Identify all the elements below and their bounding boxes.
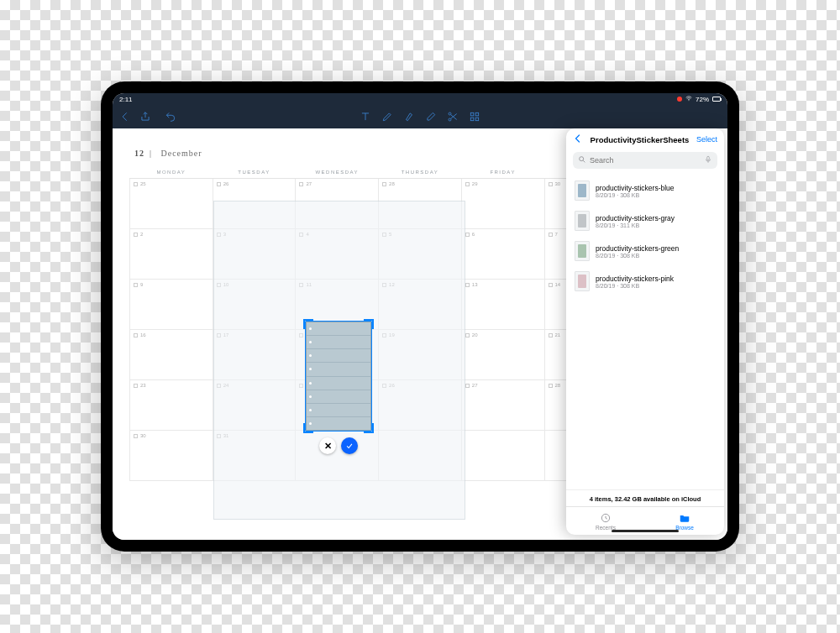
calendar-cell[interactable]: 28 <box>379 179 462 229</box>
file-meta: productivity-stickers-pink8/20/19 · 308 … <box>596 275 674 289</box>
calendar-cell[interactable]: 19 <box>379 330 462 380</box>
calendar-cell[interactable] <box>461 431 544 481</box>
status-bar: 2:11 72% <box>113 93 727 105</box>
status-time: 2:11 <box>119 96 133 103</box>
search-icon <box>578 155 586 165</box>
file-name: productivity-stickers-blue <box>596 184 675 192</box>
file-name: productivity-stickers-green <box>596 244 679 253</box>
calendar-cell[interactable]: 26 <box>213 179 296 229</box>
close-icon: ✕ <box>324 441 332 452</box>
day-header: THURSDAY <box>379 166 462 179</box>
ipad-frame: 2:11 72% <box>101 81 739 552</box>
file-row[interactable]: productivity-stickers-green8/20/19 · 308… <box>566 236 724 266</box>
text-tool-icon[interactable] <box>360 111 371 123</box>
search-box[interactable] <box>573 152 717 169</box>
calendar-cell[interactable]: 25 <box>130 179 213 229</box>
eraser-tool-icon[interactable] <box>425 111 437 123</box>
calendar-cell[interactable]: 5 <box>379 229 462 280</box>
svg-rect-5 <box>475 118 479 121</box>
calendar-cell[interactable]: 27 <box>296 179 379 229</box>
calendar-cell[interactable]: 17 <box>213 330 296 380</box>
files-title: ProductivityStickerSheets <box>591 135 690 144</box>
search-input[interactable] <box>590 156 701 165</box>
calendar-cell[interactable]: 12 <box>379 280 462 330</box>
calendar-cell[interactable]: 26 <box>379 380 462 431</box>
folder-icon <box>679 512 690 524</box>
file-thumbnail <box>575 271 590 291</box>
selection-actions: ✕ <box>319 437 358 454</box>
crop-handle-bl[interactable] <box>303 423 313 433</box>
calendar-cell[interactable]: 23 <box>130 380 213 431</box>
selection-box[interactable]: ✕ <box>306 322 371 431</box>
file-row[interactable]: productivity-stickers-gray8/20/19 · 311 … <box>566 206 724 236</box>
day-header: FRIDAY <box>461 166 544 179</box>
calendar-cell[interactable]: 30 <box>130 431 213 481</box>
undo-button[interactable] <box>165 111 176 123</box>
cancel-selection-button[interactable]: ✕ <box>319 437 336 454</box>
day-header: WEDNESDAY <box>296 166 379 179</box>
svg-rect-3 <box>475 112 479 116</box>
calendar-cell[interactable]: 6 <box>461 229 544 280</box>
calendar-cell[interactable]: 31 <box>213 431 296 481</box>
calendar-cell[interactable] <box>379 431 462 481</box>
files-panel: ProductivityStickerSheets Select product… <box>566 128 724 535</box>
calendar-cell[interactable]: 16 <box>130 330 213 380</box>
month-number: 12 <box>134 149 144 158</box>
file-thumbnail <box>575 180 590 201</box>
calendar-cell[interactable]: 2 <box>130 229 213 280</box>
svg-rect-2 <box>470 112 474 116</box>
mic-icon[interactable] <box>704 155 712 165</box>
file-sub: 8/20/19 · 308 KB <box>596 192 675 198</box>
wifi-icon <box>685 95 692 103</box>
pen-tool-icon[interactable] <box>381 111 393 123</box>
month-name: December <box>161 149 202 158</box>
screen: 2:11 72% <box>113 93 727 540</box>
calendar-cell[interactable]: 10 <box>213 280 296 330</box>
check-icon <box>345 442 354 450</box>
file-thumbnail <box>575 241 590 261</box>
file-row[interactable]: productivity-stickers-pink8/20/19 · 308 … <box>566 266 724 296</box>
file-sub: 8/20/19 · 308 KB <box>596 283 674 289</box>
home-indicator[interactable] <box>612 530 679 532</box>
day-header: MONDAY <box>130 166 213 179</box>
battery-icon <box>712 97 721 102</box>
file-thumbnail <box>575 211 590 231</box>
file-row[interactable]: productivity-stickers-blue8/20/19 · 308 … <box>566 175 724 206</box>
scissors-tool-icon[interactable] <box>447 111 459 123</box>
file-sub: 8/20/19 · 308 KB <box>596 253 679 259</box>
battery-pct: 72% <box>696 96 709 103</box>
recording-indicator-icon <box>677 97 682 102</box>
crop-handle-br[interactable] <box>364 423 374 433</box>
file-list: productivity-stickers-blue8/20/19 · 308 … <box>566 172 724 489</box>
back-button[interactable] <box>119 111 131 123</box>
svg-point-0 <box>449 112 451 115</box>
svg-line-7 <box>583 160 585 162</box>
file-meta: productivity-stickers-blue8/20/19 · 308 … <box>596 184 675 198</box>
files-footer-info: 4 items, 32.42 GB available on iCloud <box>566 489 724 506</box>
calendar-cell[interactable]: 29 <box>461 179 544 229</box>
calendar-cell[interactable]: 3 <box>213 229 296 280</box>
svg-point-6 <box>580 157 584 161</box>
highlighter-tool-icon[interactable] <box>403 111 415 123</box>
file-meta: productivity-stickers-green8/20/19 · 308… <box>596 244 679 259</box>
calendar-cell[interactable]: 20 <box>461 330 544 380</box>
calendar-cell[interactable]: 4 <box>296 229 379 280</box>
files-back-button[interactable] <box>573 133 583 145</box>
confirm-selection-button[interactable] <box>341 437 358 454</box>
crop-handle-tl[interactable] <box>303 319 313 329</box>
selection-frame <box>305 321 372 432</box>
app-toolbar <box>113 105 727 128</box>
crop-handle-tr[interactable] <box>364 319 374 329</box>
files-select-button[interactable]: Select <box>696 135 717 144</box>
grid-tool-icon[interactable] <box>469 111 480 123</box>
share-button[interactable] <box>139 111 151 123</box>
svg-rect-8 <box>707 156 710 160</box>
calendar-cell[interactable]: 27 <box>461 380 544 431</box>
calendar-cell[interactable]: 24 <box>213 380 296 431</box>
day-header: TUESDAY <box>213 166 296 179</box>
files-header: ProductivityStickerSheets Select <box>566 128 724 149</box>
calendar-cell[interactable]: 13 <box>461 280 544 330</box>
center-tools <box>360 111 480 123</box>
file-name: productivity-stickers-gray <box>596 214 675 222</box>
calendar-cell[interactable]: 9 <box>130 280 213 330</box>
